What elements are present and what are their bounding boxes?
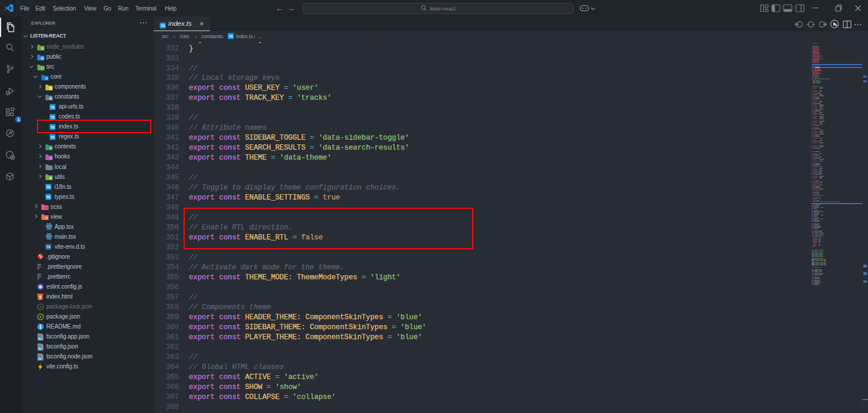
svg-text:TS: TS — [46, 185, 50, 189]
svg-text:TS: TS — [50, 136, 55, 139]
svg-text:TS: TS — [38, 357, 41, 360]
svg-text:TS: TS — [38, 347, 41, 350]
svg-text:TS: TS — [50, 116, 55, 119]
svg-text:TS: TS — [46, 245, 50, 249]
svg-text:TS: TS — [229, 35, 233, 38]
svg-text:TS: TS — [50, 106, 55, 109]
svg-text:TS: TS — [46, 195, 50, 199]
svg-text:TS: TS — [161, 24, 165, 28]
svg-text:TS: TS — [38, 337, 41, 340]
